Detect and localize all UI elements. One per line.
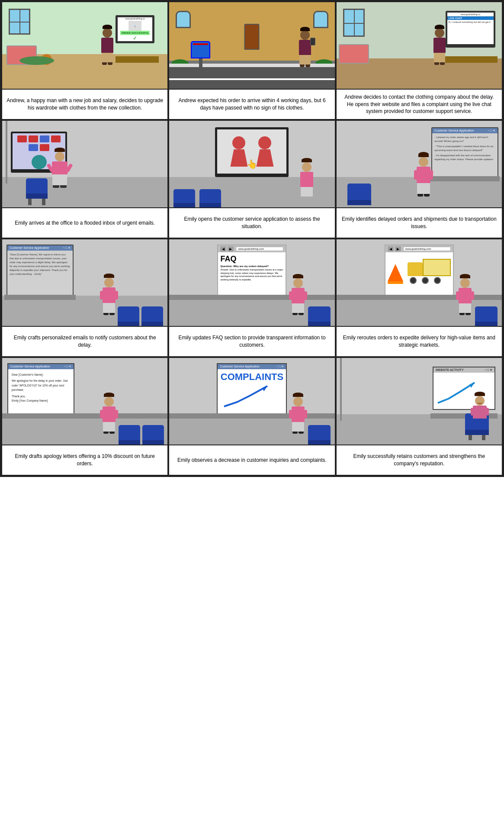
- sil-head-2: [258, 136, 271, 149]
- letter-salutation: Dear [Customer's Name],: [12, 373, 70, 377]
- chairs-row-5: [173, 189, 223, 207]
- emily-head-8: [293, 278, 303, 288]
- emily-pants-10: [103, 422, 115, 432]
- complaints-controls: − □ ✕: [276, 365, 284, 368]
- complaints-window: Customer Service Application − □ ✕ COMPL…: [217, 363, 287, 416]
- emily-foot-10l: [103, 432, 109, 434]
- browser-url-9: www.goatclothing.com: [403, 247, 451, 251]
- chair-leg-l: [28, 199, 32, 205]
- cell-scene12: WEBSITE ACTIVITY − □ ✕: [336, 357, 503, 476]
- scene-11: Customer Service Application − □ ✕ COMPL…: [169, 358, 334, 445]
- clothing-image: 👔: [128, 21, 141, 31]
- caption-scene3: Andrew decides to contact the clothing c…: [337, 89, 502, 119]
- emily-pants-4: [52, 174, 67, 185]
- emily-foot-8l: [292, 313, 298, 315]
- cell-scene10: Customer Service Application − □ ✕ Dear …: [1, 357, 168, 476]
- caption-scene9: Emily reroutes orders to expedite delive…: [337, 326, 502, 356]
- chairs-row-7: [118, 306, 163, 326]
- emily-arm-8l: [289, 291, 292, 300]
- emily-head-12: [475, 396, 485, 406]
- cell-scene3: www.goatclothing.co LIVE CHAT Hi, I orde…: [336, 1, 503, 120]
- chair-legs-12: [465, 435, 489, 440]
- chair-7b: [141, 306, 163, 326]
- desk-1: [116, 56, 159, 63]
- emily-leg-6l: [417, 183, 423, 194]
- scene-3: www.goatclothing.co LIVE CHAT Hi, I orde…: [337, 2, 502, 89]
- emily-arm-9r: [471, 291, 474, 300]
- andrew-hair-2: [300, 27, 310, 31]
- forward-arrow-8: ▶: [228, 246, 234, 251]
- emily-head-11: [293, 397, 303, 406]
- complaint-2: - "This is unacceptable! I needed these …: [434, 145, 495, 152]
- chair-10a: [119, 425, 140, 445]
- emily-4: [52, 148, 67, 188]
- faq-content: FAQ Question: Why are my orders delayed?…: [218, 252, 286, 284]
- caption-text-6: Emily identifies delayed orders and ship…: [341, 216, 498, 230]
- andrew-feet: [102, 62, 113, 65]
- emily-arm-11r: [304, 410, 307, 419]
- chair-6: [347, 184, 371, 205]
- storyboard: www.goatclothing.co 👔 ORDER SUCCESSFUL ✓: [0, 0, 504, 477]
- forward-arrow-9: ▶: [395, 246, 401, 251]
- chair-back-5b: [199, 189, 221, 203]
- emily-hair-10: [104, 393, 114, 397]
- emily-torso-7: [103, 287, 116, 303]
- truck-cab: [408, 262, 423, 276]
- emily-arm-12l: [471, 408, 473, 416]
- back-arrow-9: ◀: [388, 246, 394, 251]
- chair-back-8: [308, 306, 331, 322]
- chair-leg-r: [42, 199, 45, 205]
- building-window-left: [176, 11, 191, 28]
- emily-hair-12: [475, 392, 485, 396]
- cubicle-wall-12: [340, 358, 342, 421]
- emily-head-4: [55, 152, 64, 161]
- scene-12: WEBSITE ACTIVITY − □ ✕: [337, 358, 502, 445]
- website-url-1: www.goatclothing.co: [125, 17, 145, 20]
- emily-pants-5: [301, 187, 313, 197]
- emily-leg-5r: [307, 187, 312, 197]
- browser-window-9: ◀ ▶ www.goatclothing.com: [385, 245, 454, 296]
- chair-seat-4: [26, 193, 48, 199]
- letter-title-10: Customer Service Application: [10, 365, 50, 368]
- caption-scene8: Emily updates FAQ section to provide tra…: [169, 326, 334, 356]
- caption-scene11: Emily observes a decrease in customer in…: [169, 445, 334, 475]
- emily-hair-5: [302, 158, 312, 162]
- letter-closing: Thank you,: [12, 394, 70, 399]
- scene-1: www.goatclothing.co 👔 ORDER SUCCESSFUL ✓: [2, 2, 167, 89]
- order-success-text: ORDER SUCCESSFUL: [120, 31, 150, 35]
- inbox-circle-graphic: [32, 155, 47, 169]
- back-arrow-8: ◀: [220, 246, 226, 251]
- andrew-head-2: [300, 30, 310, 40]
- mailbox: [191, 41, 210, 65]
- andrew-foot-2l: [300, 64, 305, 67]
- emily-foot-7r: [109, 313, 115, 315]
- chair-seat-5a: [173, 203, 195, 207]
- complaints-chart-area: COMPLAINTS: [218, 369, 286, 415]
- emily-arm-7r: [115, 291, 118, 300]
- caption-text-4: Emily arrives at the office to a flooded…: [15, 219, 155, 227]
- truck-wheels: [408, 277, 451, 284]
- emily-torso-9: [459, 288, 472, 303]
- app-title-6: Customer Service Application: [434, 129, 474, 132]
- emily-arm-10r: [115, 410, 118, 419]
- emily-leg-9r: [465, 303, 471, 313]
- letter-body-10: Dear [Customer's Name], We apologize for…: [8, 369, 74, 406]
- desk-9: [337, 295, 502, 300]
- emily-8: [292, 274, 305, 315]
- faq-window: ◀ ▶ www.goatclothing.com FAQ Question: W…: [217, 245, 286, 296]
- email-icon-2: [29, 135, 38, 142]
- silhouette-1: [230, 136, 247, 167]
- emily-leg-11r: [299, 422, 304, 432]
- caption-text-3: Andrew decides to contact the clothing c…: [341, 93, 498, 115]
- emily-arm-12r: [486, 408, 489, 416]
- emily-feet-9: [459, 313, 471, 315]
- andrew-person-1: [101, 24, 113, 65]
- desk-10: [2, 413, 167, 419]
- caption-scene12: Emily successfully retains customers and…: [337, 445, 502, 475]
- complaint-3: - I'm disappointed with the lack of comm…: [434, 154, 495, 161]
- window-3: [343, 9, 365, 37]
- caption-text-1: Andrew, a happy man with a new job and s…: [6, 97, 163, 112]
- andrew-feet-3: [434, 62, 445, 65]
- emily-arm-8r: [304, 291, 307, 300]
- computer-monitor-1: www.goatclothing.co 👔 ORDER SUCCESSFUL ✓: [116, 15, 154, 43]
